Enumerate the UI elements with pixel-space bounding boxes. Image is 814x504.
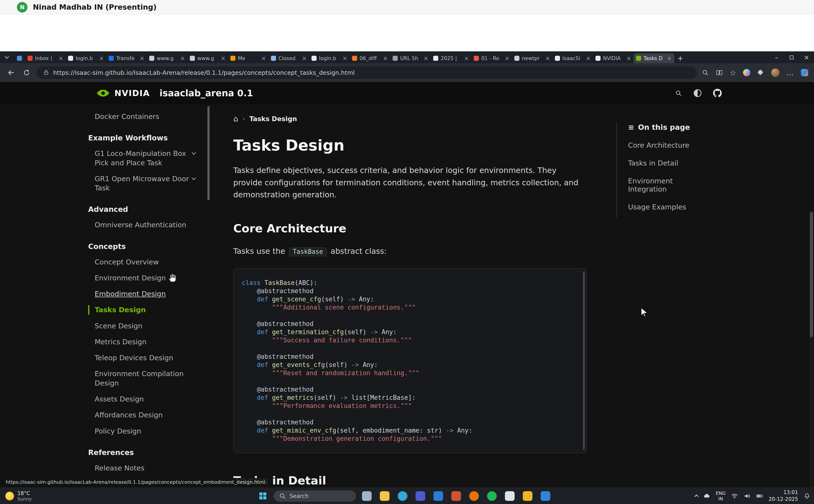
extensions-icon[interactable] (757, 69, 764, 76)
nvidia-brand[interactable]: NVIDIA (96, 88, 150, 98)
browser-tab[interactable]: Closed× (269, 53, 309, 63)
sidebar-item-omniverse-authentication[interactable]: Omniverse Authentication (88, 220, 194, 229)
github-icon[interactable] (713, 89, 722, 97)
search-icon[interactable] (675, 90, 682, 97)
battery-icon[interactable] (756, 492, 763, 500)
sidebar-item-release-notes[interactable]: Release Notes (88, 463, 194, 473)
favorite-star-icon[interactable]: ☆ (730, 69, 736, 77)
sidebar-scrollbar[interactable] (208, 106, 210, 200)
browser-tab[interactable]: NVIDIA× (593, 53, 634, 63)
browser-tab[interactable] (14, 53, 25, 63)
chevron-down-icon[interactable] (191, 176, 196, 180)
sidebar-item-concept-overview[interactable]: Concept Overview (88, 257, 194, 267)
page-scrollbar[interactable] (810, 211, 813, 488)
tab-close-icon[interactable]: × (221, 55, 226, 61)
sidebar-item-tasks-design[interactable]: Tasks Design (88, 305, 194, 314)
code-block[interactable]: class TaskBase(ABC): @abstractmethod def… (242, 279, 580, 443)
url-input[interactable]: https://isaac-sim.github.io/IsaacLab-Are… (53, 69, 355, 76)
tab-close-icon[interactable]: × (383, 55, 388, 61)
taskbar-app-edge[interactable] (396, 490, 409, 503)
browser-tab[interactable]: Transfe× (106, 53, 147, 63)
browser-tab[interactable]: Tasks D× (634, 53, 674, 63)
toc-item[interactable]: Core Architecture (628, 141, 708, 149)
browser-tab[interactable]: login.b× (309, 53, 350, 63)
taskbar-app-powerpoint[interactable] (450, 490, 463, 503)
site-info-icon[interactable] (43, 69, 49, 76)
taskbar-app-sticky-notes[interactable] (521, 490, 534, 503)
code-scrollbar[interactable] (583, 271, 585, 450)
sidebar-item-assets-design[interactable]: Assets Design (88, 394, 194, 404)
start-button[interactable] (257, 490, 270, 503)
browser-tab[interactable]: 06_diff× (350, 53, 390, 63)
zoom-icon[interactable] (702, 69, 709, 76)
sidebar-item-teleop-devices-design[interactable]: Teleop Devices Design (88, 353, 194, 362)
taskbar-app-notepad[interactable] (503, 490, 516, 503)
tab-close-icon[interactable]: × (464, 55, 469, 61)
tab-close-icon[interactable]: × (99, 55, 104, 61)
taskbar-clock[interactable]: 13:01 20-12-2025 (769, 489, 798, 503)
back-button[interactable] (6, 67, 16, 78)
language-indicator[interactable]: ENG IN (716, 490, 726, 502)
sidebar-item-embodiment-design[interactable]: Embodiment Design (88, 289, 194, 298)
taskbar-app-app-orange[interactable] (467, 490, 480, 503)
browser-tab[interactable]: login.b× (66, 53, 106, 63)
browser-tab[interactable]: www.g× (187, 53, 228, 63)
tab-close-icon[interactable]: × (505, 55, 509, 61)
browser-tab[interactable]: URL Sh× (390, 53, 431, 63)
site-title[interactable]: isaaclab_arena 0.1 (159, 88, 253, 98)
tab-close-icon[interactable]: × (58, 55, 63, 61)
browser-tab[interactable]: IsaacSi× (552, 53, 593, 63)
page-scrollbar-thumb[interactable] (810, 212, 813, 337)
browser-tab[interactable]: www.g× (147, 53, 187, 63)
taskbar-search[interactable]: Search (274, 490, 356, 502)
sidebar-item-policy-design[interactable]: Policy Design (88, 427, 194, 436)
tab-close-icon[interactable]: × (545, 55, 550, 61)
onedrive-cloud-icon[interactable] (703, 492, 710, 500)
taskbar-app-vscode[interactable] (539, 490, 552, 503)
taskbar-weather[interactable]: 18°C Sunny (5, 488, 32, 504)
notifications-bell-icon[interactable] (803, 492, 811, 500)
close-button[interactable]: × (799, 51, 814, 63)
browser-tab[interactable]: Inbox (× (25, 53, 66, 63)
taskbar-app-file-explorer[interactable] (378, 490, 391, 503)
browser-tab[interactable]: 2025 |× (431, 53, 471, 63)
toc-item[interactable]: Tasks in Detail (628, 159, 708, 167)
chevron-down-icon[interactable] (191, 151, 196, 155)
tab-close-icon[interactable]: × (424, 55, 428, 61)
browser-essentials-icon[interactable] (801, 69, 808, 76)
browser-tab[interactable]: 01 - Ro× (471, 53, 512, 63)
toc-item[interactable]: Usage Examples (628, 203, 708, 211)
tab-close-icon[interactable]: × (667, 55, 672, 61)
minimize-button[interactable]: – (769, 51, 784, 63)
tab-close-icon[interactable]: × (139, 55, 144, 61)
theme-toggle-icon[interactable] (694, 89, 702, 97)
sidebar-item-metrics-design[interactable]: Metrics Design (88, 337, 194, 346)
sidebar-item-environment-design[interactable]: Environment Design (88, 273, 194, 283)
tab-close-icon[interactable]: × (627, 55, 631, 61)
copilot-icon[interactable] (743, 69, 750, 76)
volume-icon[interactable] (744, 492, 751, 500)
tab-close-icon[interactable]: × (586, 55, 590, 61)
refresh-button[interactable] (21, 67, 32, 78)
wifi-icon[interactable] (731, 492, 738, 500)
tab-close-icon[interactable]: × (302, 55, 307, 61)
split-screen-icon[interactable] (716, 69, 723, 76)
toc-item[interactable]: Environment Integration (628, 177, 708, 193)
taskbar-app-spotify[interactable] (485, 490, 498, 503)
sidebar-item-docker-containers[interactable]: Docker Containers (88, 112, 194, 121)
tab-close-icon[interactable]: × (180, 55, 185, 61)
sidebar-item-environment-compilation-design[interactable]: Environment Compilation Design (88, 369, 194, 388)
tray-chevron-up-icon[interactable] (695, 495, 699, 499)
tab-close-icon[interactable]: × (342, 55, 347, 61)
sidebar-item-affordances-design[interactable]: Affordances Design (88, 410, 194, 420)
tab-actions-button[interactable] (0, 51, 14, 63)
browser-tab[interactable]: newtpr× (512, 53, 552, 63)
taskbar-app-teams[interactable] (414, 490, 427, 503)
home-icon[interactable]: ⌂ (233, 115, 238, 123)
taskbar-app-outlook[interactable] (432, 490, 445, 503)
sidebar-item-g1-loco-manipulation-box-pick-and-place-task[interactable]: G1 Loco-Manipulation Box Pick and Place … (88, 149, 194, 167)
sidebar-item-scene-design[interactable]: Scene Design (88, 321, 194, 331)
profile-avatar[interactable] (771, 68, 780, 77)
browser-tab[interactable]: Me× (228, 53, 269, 63)
sidebar-item-gr1-open-microwave-door-task[interactable]: GR1 Open Microwave Door Task (88, 174, 194, 193)
